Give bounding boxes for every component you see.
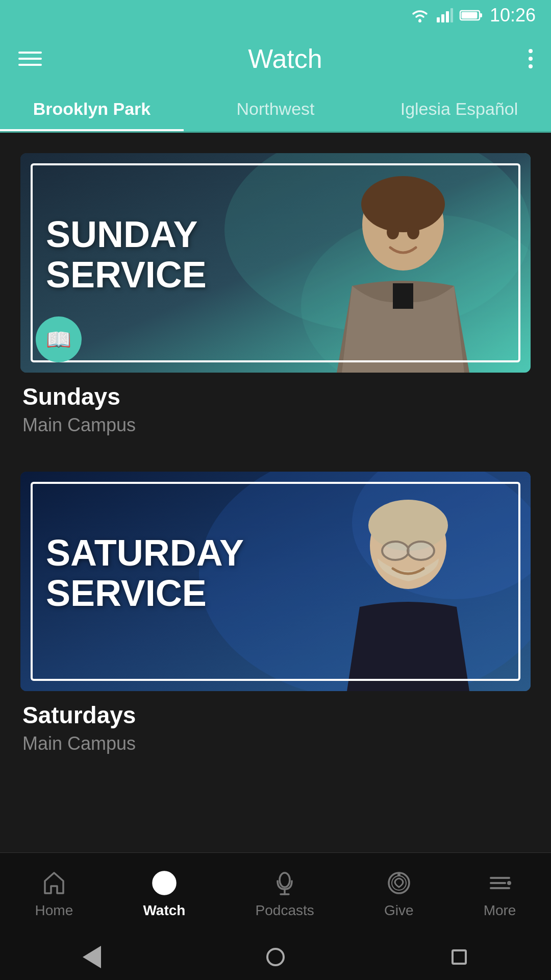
podcasts-nav-label: Podcasts bbox=[256, 902, 314, 919]
battery-icon bbox=[460, 9, 483, 21]
recents-icon bbox=[452, 949, 467, 965]
more-nav-label: More bbox=[484, 902, 516, 919]
status-icons: 10:26 bbox=[410, 5, 536, 26]
saturday-service-card[interactable]: SATURDAY SERVICE Saturdays Main Campus bbox=[0, 461, 551, 780]
book-icon: 📖 bbox=[46, 328, 71, 352]
home-system-icon bbox=[266, 948, 285, 966]
campus-tabs: Brooklyn Park Northwest Iglesia Español bbox=[0, 87, 551, 133]
sunday-service-label: SUNDAY SERVICE bbox=[46, 214, 207, 295]
svg-rect-3 bbox=[446, 11, 449, 22]
home-icon bbox=[40, 869, 68, 897]
home-nav-label: Home bbox=[35, 902, 73, 919]
svg-rect-15 bbox=[393, 283, 413, 309]
svg-point-14 bbox=[407, 225, 419, 239]
hamburger-menu-button[interactable] bbox=[18, 52, 42, 66]
sunday-service-card[interactable]: SUNDAY SERVICE 📖 Sundays Main Campus bbox=[0, 143, 551, 461]
nav-item-more[interactable]: More bbox=[473, 864, 527, 924]
saturday-thumbnail: SATURDAY SERVICE bbox=[20, 472, 531, 691]
sunday-card-title: Sundays bbox=[20, 383, 531, 410]
svg-point-20 bbox=[368, 500, 448, 551]
nav-item-home[interactable]: Home bbox=[25, 864, 84, 924]
svg-point-36 bbox=[507, 881, 511, 885]
saturday-service-label: SATURDAY SERVICE bbox=[46, 533, 244, 614]
svg-point-12 bbox=[361, 176, 445, 232]
svg-point-27 bbox=[280, 873, 290, 887]
sunday-thumbnail: SUNDAY SERVICE 📖 bbox=[20, 153, 531, 373]
tab-brooklyn-park[interactable]: Brooklyn Park bbox=[0, 87, 184, 131]
saturday-card-title: Saturdays bbox=[20, 701, 531, 729]
home-button[interactable] bbox=[263, 944, 288, 970]
svg-point-32 bbox=[397, 873, 400, 876]
podcasts-icon bbox=[270, 869, 299, 897]
svg-point-13 bbox=[387, 225, 399, 239]
saturday-card-subtitle: Main Campus bbox=[20, 733, 531, 754]
svg-point-0 bbox=[418, 19, 421, 22]
give-icon bbox=[385, 869, 413, 897]
svg-rect-6 bbox=[480, 13, 482, 17]
more-nav-icon bbox=[486, 869, 514, 897]
svg-rect-4 bbox=[450, 8, 453, 22]
bottom-nav: Home Watch Podcasts bbox=[0, 852, 551, 934]
church-logo: 📖 bbox=[36, 316, 82, 362]
give-nav-label: Give bbox=[384, 902, 414, 919]
nav-item-give[interactable]: Give bbox=[374, 864, 424, 924]
watch-icon bbox=[150, 869, 179, 897]
svg-point-22 bbox=[408, 542, 434, 560]
app-bar: Watch bbox=[0, 31, 551, 87]
signal-icon bbox=[437, 8, 453, 22]
tab-northwest[interactable]: Northwest bbox=[184, 87, 367, 131]
tab-iglesia[interactable]: Iglesia Español bbox=[367, 87, 551, 131]
nav-item-podcasts[interactable]: Podcasts bbox=[245, 864, 324, 924]
system-nav-bar bbox=[0, 934, 551, 980]
back-icon bbox=[83, 946, 101, 968]
status-bar: 10:26 bbox=[0, 0, 551, 31]
svg-rect-2 bbox=[441, 14, 444, 22]
recents-button[interactable] bbox=[446, 944, 472, 970]
svg-rect-1 bbox=[437, 17, 440, 22]
wifi-icon bbox=[410, 8, 430, 23]
content-area: SUNDAY SERVICE 📖 Sundays Main Campus bbox=[0, 133, 551, 852]
more-options-button[interactable] bbox=[529, 49, 533, 68]
svg-point-21 bbox=[382, 542, 409, 560]
back-button[interactable] bbox=[79, 944, 105, 970]
sunday-card-subtitle: Main Campus bbox=[20, 414, 531, 436]
svg-rect-7 bbox=[461, 12, 477, 19]
nav-item-watch[interactable]: Watch bbox=[133, 864, 195, 924]
status-time: 10:26 bbox=[490, 5, 536, 26]
watch-nav-label: Watch bbox=[143, 902, 185, 919]
page-title: Watch bbox=[248, 43, 322, 74]
